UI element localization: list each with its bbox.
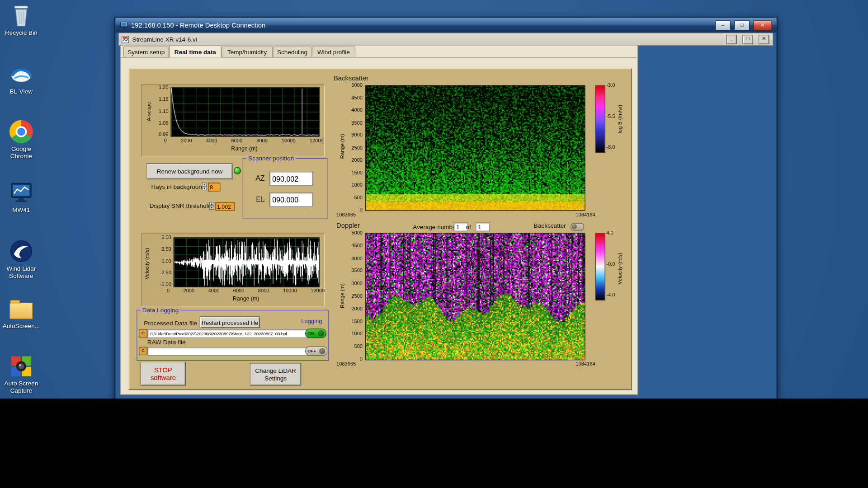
tick-label: 5.00	[161, 235, 171, 240]
desktop-icon-autoscreen-folder[interactable]: AutoScreen...	[0, 296, 42, 329]
desktop-icon-label: AutoScreen...	[3, 323, 40, 330]
tick-label: -5.5	[606, 113, 615, 119]
snr-value-field[interactable]: 1.002	[215, 202, 235, 211]
el-value-field[interactable]: 090.000	[269, 192, 313, 207]
rdc-window-icon	[120, 22, 127, 29]
desktop-icon-recycle-bin[interactable]: Recycle Bin	[0, 3, 42, 36]
rdc-titlebar[interactable]: 192.168.0.150 - Remote Desktop Connectio…	[115, 18, 776, 33]
az-label: AZ	[255, 174, 265, 183]
app-titlebar[interactable]: StreamLine XR v14-6.vi _ □ ✕	[118, 33, 774, 46]
change-lidar-settings-button[interactable]: Change LiDAR Settings	[250, 363, 302, 385]
doppler-colorbar-label: Velocity (m/s)	[616, 242, 623, 295]
tick-label: 8000	[258, 288, 269, 293]
az-value-field[interactable]: 090.002	[269, 172, 313, 186]
off-label: OFF	[307, 348, 316, 353]
rays-value-field[interactable]: 8	[208, 183, 220, 192]
desktop-icon-auto-screen-capture[interactable]: Auto Screen Capture	[0, 354, 42, 394]
settings-button-line2: Settings	[264, 374, 287, 382]
app-minimize-button[interactable]: _	[726, 35, 737, 44]
doppler-x-ticks: 1083665 1084164	[336, 361, 595, 367]
raw-logging-toggle-off[interactable]: OFF	[305, 347, 327, 356]
desktop-icon-mw41[interactable]: MW41	[0, 180, 42, 213]
processed-logging-toggle-on[interactable]: ON	[305, 328, 326, 338]
stop-button-line2: software	[151, 374, 176, 381]
velocity-x-axis-label: Range (m)	[218, 296, 274, 301]
tick-label: 6000	[233, 288, 245, 293]
desktop-icon-google-chrome[interactable]: Google Chrome	[0, 119, 42, 160]
tick-label: 4000	[351, 108, 363, 113]
tab-strip: System setup Real time data Temp/humidit…	[121, 45, 637, 57]
tick-label: 1000	[351, 331, 363, 337]
tick-label: 2000	[351, 306, 363, 311]
ascope-x-axis-label: Range (m)	[217, 145, 272, 151]
rdc-minimize-button[interactable]: –	[715, 20, 731, 30]
tick-label: 0.99	[159, 131, 169, 137]
app-close-button[interactable]: ✕	[759, 35, 769, 44]
of-label: of	[466, 224, 471, 230]
tick-label: 4000	[351, 255, 363, 261]
doppler-colorbar	[595, 233, 605, 300]
tick-label: 3500	[351, 120, 363, 125]
desktop-icon-label: Google Chrome	[0, 145, 42, 160]
backscatter-x-ticks: 1083665 1084164	[336, 212, 595, 217]
raw-data-file-path[interactable]	[147, 347, 309, 356]
tab-system-setup[interactable]: System setup	[123, 47, 169, 57]
app-content: System setup Real time data Temp/humidit…	[120, 45, 638, 395]
tick-label: 3000	[351, 132, 363, 138]
renew-background-button[interactable]: Renew background now	[147, 163, 233, 179]
tick-label: 1500	[351, 319, 363, 324]
raw-data-file-label: RAW Data file	[147, 338, 186, 345]
processed-drive-selector[interactable]: C	[139, 329, 147, 338]
tick-label: 10000	[283, 288, 297, 293]
rays-in-background-label: Rays in background	[151, 183, 205, 190]
velocity-x-ticks: 020004000600080001000012000	[167, 288, 325, 293]
stop-button-line1: STOP	[154, 366, 172, 374]
backscatter-toggle-switch[interactable]	[571, 223, 584, 230]
rdc-close-button[interactable]: ✕	[753, 20, 772, 30]
tab-label: Real time data	[175, 48, 216, 55]
average-total-field[interactable]: 1	[475, 222, 490, 231]
tick-label: 8000	[256, 138, 268, 143]
data-logging-group: Data Logging Processed Data file Restart…	[137, 310, 328, 361]
ascope-graph-frame: A-scope 1.201.151.101.050.99 02000400060…	[141, 84, 325, 157]
tab-temp-humidity[interactable]: Temp/humidity	[222, 47, 273, 57]
snr-spinner[interactable]: ▲▼	[209, 202, 214, 210]
renew-background-label: Renew background now	[157, 168, 223, 175]
raw-drive-selector[interactable]: C	[139, 347, 147, 355]
folder-icon	[9, 296, 33, 321]
app-maximize-button[interactable]: □	[742, 35, 753, 44]
tick-label: -8.0	[606, 145, 615, 150]
rdc-maximize-button[interactable]: □	[734, 20, 750, 30]
ascope-y-axis-label: A-scope	[146, 94, 152, 129]
tick-label: -2.50	[160, 270, 171, 275]
toggle-knob	[319, 348, 326, 354]
doppler-y-ticks: 5000450040003500300025002000150010005000	[344, 230, 363, 361]
doppler-x-end: 1084164	[576, 361, 595, 367]
el-value: 090.000	[272, 196, 298, 204]
tab-scheduling[interactable]: Scheduling	[273, 47, 311, 57]
recycle-bin-icon	[9, 3, 33, 28]
mw41-icon	[9, 180, 33, 205]
ascope-plot-canvas	[171, 87, 320, 136]
tick-label: 4.0	[606, 230, 613, 235]
stop-software-button[interactable]: STOP software	[141, 362, 186, 386]
backscatter-colorbar-label: log B (/m/sr)	[616, 92, 623, 145]
rays-spinner[interactable]: ▲▼	[202, 183, 207, 190]
desktop-icon-bl-view[interactable]: BL-View	[0, 62, 42, 95]
backscatter-x-end: 1084164	[576, 212, 595, 217]
settings-button-line1: Change LiDAR	[255, 366, 296, 374]
renew-background-led	[234, 167, 241, 174]
tick-label: 5000	[351, 82, 363, 88]
drive-letter: C	[142, 330, 145, 335]
tab-real-time-data[interactable]: Real time data	[169, 45, 222, 57]
bl-view-icon	[9, 62, 33, 86]
tick-label: 1.05	[159, 120, 169, 125]
tick-label: 2500	[351, 145, 363, 150]
tick-label: 0	[167, 288, 170, 293]
ascope-x-ticks: 020004000600080001000012000	[164, 138, 324, 143]
tick-label: -4.0	[606, 292, 615, 298]
desktop-icon-wind-lidar-software[interactable]: Wind Lidar Software	[0, 239, 42, 279]
restart-processed-file-button[interactable]: Restart processed file	[200, 316, 260, 328]
tab-wind-profile[interactable]: Wind profile	[312, 47, 355, 57]
processed-data-file-path[interactable]: C:\Lidar\Data\Proc\2023\202308\20230807\…	[147, 329, 309, 338]
